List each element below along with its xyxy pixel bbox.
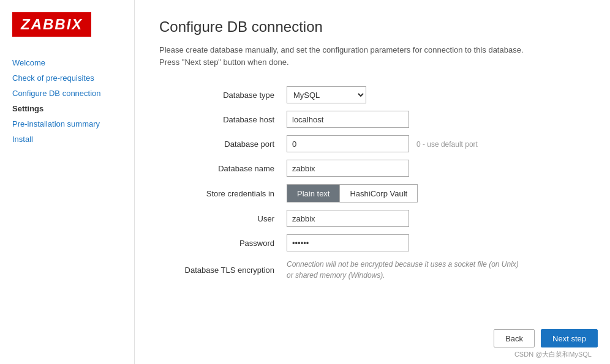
sidebar-item-install[interactable]: Install xyxy=(12,132,122,147)
password-input[interactable] xyxy=(287,234,409,251)
db-port-hint: 0 - use default port xyxy=(416,140,478,149)
sidebar-item-summary[interactable]: Pre-installation summary xyxy=(12,116,122,132)
db-port-label: Database port xyxy=(159,132,282,156)
store-credentials-toggle: Plain text HashiCorp Vault xyxy=(287,184,418,202)
logo: ZABBIX xyxy=(12,12,91,37)
store-credentials-cell: Plain text HashiCorp Vault xyxy=(282,180,557,206)
db-port-cell: 0 - use default port xyxy=(282,132,557,156)
db-port-input[interactable] xyxy=(287,135,409,152)
tls-label: Database TLS encryption xyxy=(159,255,282,284)
user-cell xyxy=(282,206,557,231)
plain-text-button[interactable]: Plain text xyxy=(287,185,339,202)
password-row: Password xyxy=(159,231,557,255)
page-title: Configure DB connection xyxy=(159,18,586,35)
user-row: User xyxy=(159,206,557,231)
password-cell xyxy=(282,231,557,255)
db-host-label: Database host xyxy=(159,107,282,132)
db-type-label: Database type xyxy=(159,83,282,107)
logo-area: ZABBIX xyxy=(12,12,122,37)
password-label: Password xyxy=(159,231,282,255)
watermark: CSDN @大白菜和MySQL xyxy=(514,350,598,359)
db-name-label: Database name xyxy=(159,156,282,180)
next-step-button[interactable]: Next step xyxy=(541,329,598,347)
sidebar-item-welcome[interactable]: Welcome xyxy=(12,55,122,70)
db-host-row: Database host xyxy=(159,107,557,132)
user-label: User xyxy=(159,206,282,231)
db-connection-form: Database type MySQL PostgreSQL Oracle Da… xyxy=(159,83,557,284)
db-host-input[interactable] xyxy=(287,111,409,128)
sidebar-item-db[interactable]: Configure DB connection xyxy=(12,86,122,101)
user-input[interactable] xyxy=(287,210,409,227)
back-button[interactable]: Back xyxy=(494,329,535,347)
store-credentials-label: Store credentials in xyxy=(159,180,282,206)
sidebar: ZABBIX Welcome Check of pre-requisites C… xyxy=(0,0,135,364)
tls-row: Database TLS encryption Connection will … xyxy=(159,255,557,284)
db-name-input[interactable] xyxy=(287,160,409,177)
db-host-cell xyxy=(282,107,557,132)
db-name-row: Database name xyxy=(159,156,557,180)
db-type-row: Database type MySQL PostgreSQL Oracle xyxy=(159,83,557,107)
tls-note: Connection will not be encrypted because… xyxy=(287,259,519,281)
store-credentials-row: Store credentials in Plain text HashiCor… xyxy=(159,180,557,206)
page-description: Please create database manually, and set… xyxy=(159,44,586,68)
bottom-bar: Back Next step CSDN @大白菜和MySQL xyxy=(135,322,610,364)
db-name-cell xyxy=(282,156,557,180)
main-content: Configure DB connection Please create da… xyxy=(135,0,610,322)
sidebar-item-settings: Settings xyxy=(12,101,122,116)
tls-cell: Connection will not be encrypted because… xyxy=(282,255,557,284)
db-type-select[interactable]: MySQL PostgreSQL Oracle xyxy=(287,86,366,103)
db-port-row: Database port 0 - use default port xyxy=(159,132,557,156)
db-type-cell: MySQL PostgreSQL Oracle xyxy=(282,83,557,107)
hashicorp-vault-button[interactable]: HashiCorp Vault xyxy=(339,185,417,202)
sidebar-item-prereq[interactable]: Check of pre-requisites xyxy=(12,70,122,86)
